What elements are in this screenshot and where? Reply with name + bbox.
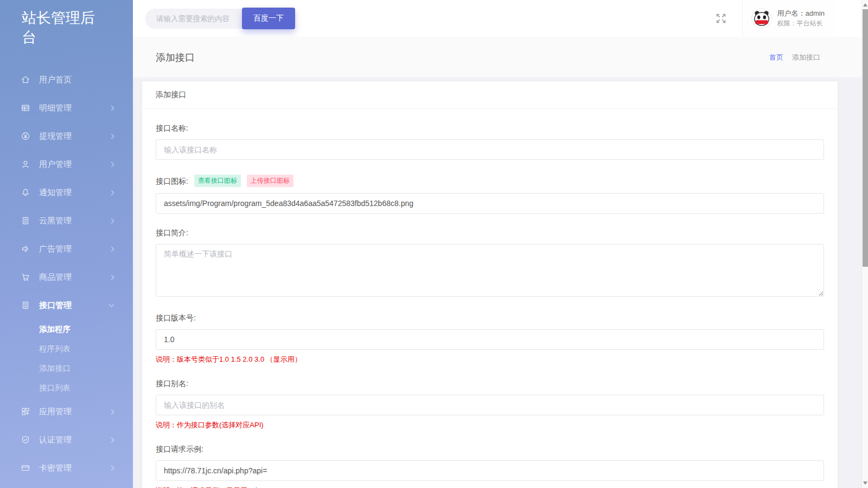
chevron-right-icon [109,162,114,167]
api-request-input[interactable] [156,460,824,481]
breadcrumb-current: 添加接口 [792,53,820,62]
fullscreen-icon[interactable] [715,12,727,24]
sidebar-item-label: 卡密管理 [39,463,72,473]
sidebar-item-label: 明细管理 [39,103,72,113]
sidebar: 站长管理后台 用户首页 明细管理 提现管理 用户管理 通知管理 [0,0,133,488]
sidebar-item-label: 提现管理 [39,131,72,142]
shield-check-icon [21,435,30,445]
submenu-item-add-api[interactable]: 添加接口 [0,358,133,378]
cart-icon [21,272,30,282]
avatar [751,8,772,29]
api-request-label: 接口请求示例: [156,445,824,454]
search-input[interactable] [145,9,252,29]
submenu-item-label: 添加程序 [39,324,71,335]
upload-icon-badge[interactable]: 上传接口图标 [247,175,293,187]
scroll-down-arrow-icon[interactable] [863,481,867,485]
user-name: 用户名：admin [777,9,825,19]
chevron-right-icon [109,246,114,252]
scroll-up-arrow-icon[interactable] [863,3,867,7]
chevron-right-icon [109,437,114,442]
topbar-right: 用户名：admin 权限：平台站长 [715,0,868,37]
sidebar-item-label: 商品管理 [39,272,72,282]
sidebar-item-card-mgmt[interactable]: 卡密管理 [0,454,133,482]
add-api-card: 添加接口 接口名称: 接口图标: 查看接口图标 上传接口图标 接口简介: [142,81,838,488]
api-intro-label: 接口简介: [156,228,824,238]
api-alias-hint: 说明：作为接口参数(选择对应API) [156,420,824,430]
user-info: 用户名：admin 权限：平台站长 [777,9,825,28]
topbar: 百度一下 [133,0,868,37]
submenu-item-add-program[interactable]: 添加程序 [0,319,133,339]
submenu-item-api-list[interactable]: 接口列表 [0,378,133,397]
sidebar-item-label: 通知管理 [39,188,72,198]
main-area: 百度一下 [133,0,868,488]
sidebar-item-goods-mgmt[interactable]: 商品管理 [0,263,133,291]
speaker-icon [21,244,30,254]
api-icon-label: 接口图标: 查看接口图标 上传接口图标 [156,175,824,187]
baidu-search-button[interactable]: 百度一下 [242,8,295,29]
table-icon [21,103,30,113]
sidebar-item-ad-mgmt[interactable]: 广告管理 [0,235,133,263]
chevron-right-icon [109,133,114,139]
home-icon [21,75,30,85]
field-api-intro: 接口简介: [156,228,824,299]
scrollbar-thumb[interactable] [863,9,868,267]
search-bar: 百度一下 [145,8,295,29]
user-role: 权限：平台站长 [777,19,825,28]
view-icon-badge[interactable]: 查看接口图标 [194,175,241,187]
content-area: 添加接口 首页 添加接口 添加接口 接口名称: 接口图标: 查看接口图标 上传接… [133,37,868,488]
api-version-label: 接口版本号: [156,313,824,323]
chevron-right-icon [109,218,114,223]
sidebar-item-label: 用户管理 [39,159,72,170]
sidebar-item-withdraw-mgmt[interactable]: 提现管理 [0,122,133,150]
api-icon-path-input[interactable] [156,193,824,214]
field-api-version: 接口版本号: 说明：版本号类似于1.0 1.5 2.0 3.0 （显示用） [156,313,824,364]
api-name-input[interactable] [156,139,824,160]
bell-icon [21,188,30,197]
api-intro-textarea[interactable] [156,244,824,297]
api-version-input[interactable] [156,329,824,350]
field-api-alias: 接口别名: 说明：作为接口参数(选择对应API) [156,379,824,430]
chevron-right-icon [109,105,114,111]
document-icon [21,300,30,310]
submenu-item-label: 添加接口 [39,363,71,374]
chevron-right-icon [109,274,114,280]
submenu-item-label: 接口列表 [39,383,71,393]
card-title: 添加接口 [142,81,838,109]
field-api-request: 接口请求示例: 说明：接口请求示例（显示用）如https://78.71jc.c… [156,445,824,488]
card-icon [21,463,30,473]
chevron-right-icon [109,409,114,414]
submenu-item-label: 程序列表 [39,344,71,354]
page-title: 添加接口 [156,51,195,64]
sidebar-item-app-mgmt[interactable]: 应用管理 [0,397,133,426]
sidebar-item-label: 用户首页 [39,75,72,85]
api-version-hint: 说明：版本号类似于1.0 1.5 2.0 3.0 （显示用） [156,355,824,364]
submenu-item-program-list[interactable]: 程序列表 [0,339,133,358]
chevron-right-icon [109,465,114,471]
sidebar-item-auth-mgmt[interactable]: 认证管理 [0,426,133,454]
chevron-down-icon [109,302,114,307]
sidebar-item-notice-mgmt[interactable]: 通知管理 [0,178,133,207]
api-mgmt-submenu: 添加程序 程序列表 添加接口 接口列表 [0,319,133,397]
user-icon [21,159,30,169]
brand-title: 站长管理后台 [0,0,103,47]
document-icon [21,216,30,226]
sidebar-item-user-mgmt[interactable]: 用户管理 [0,150,133,178]
breadcrumb: 首页 添加接口 [769,53,820,62]
page-header: 添加接口 首页 添加接口 [133,37,868,78]
chevron-right-icon [109,190,114,195]
field-api-icon: 接口图标: 查看接口图标 上传接口图标 [156,175,824,214]
sidebar-item-label: 应用管理 [39,407,72,417]
vertical-scrollbar[interactable] [861,0,868,488]
sidebar-item-label: 云黑管理 [39,216,72,226]
sidebar-item-label: 认证管理 [39,435,72,445]
sidebar-item-api-mgmt[interactable]: 接口管理 [0,291,133,319]
api-alias-input[interactable] [156,395,824,415]
sidebar-item-detail-mgmt[interactable]: 明细管理 [0,94,133,122]
sidebar-nav: 用户首页 明细管理 提现管理 用户管理 通知管理 云黑管理 [0,66,133,482]
sidebar-item-user-home[interactable]: 用户首页 [0,66,133,94]
field-api-name: 接口名称: [156,124,824,160]
sidebar-item-blacklist-mgmt[interactable]: 云黑管理 [0,207,133,235]
breadcrumb-home-link[interactable]: 首页 [769,53,783,62]
api-name-label: 接口名称: [156,124,824,133]
user-menu[interactable]: 用户名：admin 权限：平台站长 [742,0,834,37]
